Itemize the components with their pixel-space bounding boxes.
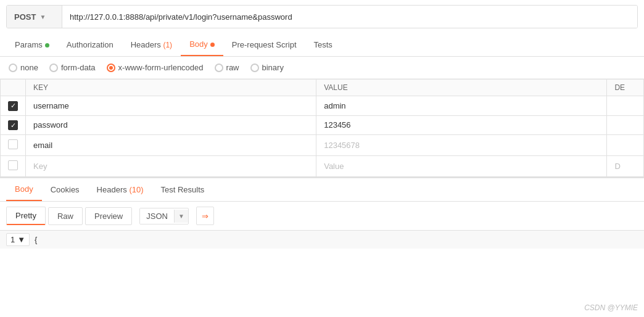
row4-check-cell [1,156,26,177]
radio-urlencoded-circle [107,64,115,72]
raw-button[interactable]: Raw [48,207,83,225]
row1-check-cell [1,96,26,116]
row4-key-cell[interactable]: Key [26,156,316,177]
bottom-section: Body Cookies Headers (10) Test Results P… [0,177,644,249]
json-format-label: JSON [140,208,174,224]
row2-value: 123456 [324,120,350,130]
url-input[interactable] [62,6,637,28]
radio-form-data-circle [49,64,58,72]
top-tabs-row: Params Authorization Headers (1) Body Pr… [0,33,644,57]
body-dot [210,43,215,47]
col-header-check [1,80,26,96]
bottom-headers-badge: (10) [129,185,143,194]
tab-tests[interactable]: Tests [305,34,341,56]
url-bar: POST ▼ [6,5,638,28]
row1-key-cell[interactable]: username [26,96,316,116]
col-header-desc: DE [607,80,644,96]
bottom-tab-test-results[interactable]: Test Results [152,179,213,200]
radio-binary[interactable]: binary [250,63,284,72]
bottom-tab-cookies[interactable]: Cookies [42,179,88,200]
tab-authorization[interactable]: Authorization [58,34,122,56]
json-chevron-icon: ▼ [174,210,188,223]
row1-desc-cell[interactable] [607,96,644,116]
bottom-tab-body[interactable]: Body [6,178,42,201]
code-line: 1 ▼ { [0,230,644,249]
radio-x-www-form-urlencoded[interactable]: x-www-form-urlencoded [107,63,204,72]
tab-params[interactable]: Params [6,34,58,56]
row3-desc-cell[interactable] [607,135,644,156]
tab-headers[interactable]: Headers (1) [122,34,181,56]
row4-checkbox[interactable] [8,160,18,170]
tab-prerequest[interactable]: Pre-request Script [223,34,305,56]
table-row: email 12345678 [1,135,644,156]
row1-checkbox[interactable] [8,101,18,111]
row3-key: email [33,141,52,150]
row2-key-cell[interactable]: password [26,115,316,135]
bottom-tab-headers[interactable]: Headers (10) [88,179,152,200]
line-num-label: 1 [10,235,15,244]
col-header-value: VALUE [316,80,607,96]
row4-desc-cell[interactable]: D [607,156,644,177]
method-select[interactable]: POST ▼ [7,6,62,28]
row3-value: 12345678 [324,141,360,150]
row1-key: username [33,101,69,110]
row4-key: Key [33,162,47,171]
headers-badge: (1) [163,41,172,49]
radio-form-data[interactable]: form-data [49,63,96,72]
radio-binary-circle [250,64,259,72]
method-label: POST [14,12,36,22]
preview-button[interactable]: Preview [85,207,132,225]
row4-desc: D [614,162,620,171]
row3-check-cell [1,135,26,156]
row3-key-cell[interactable]: email [26,135,316,156]
row2-check-cell [1,115,26,135]
params-dot [45,43,49,47]
radio-raw[interactable]: raw [215,63,239,72]
row3-checkbox[interactable] [8,139,18,149]
pretty-button[interactable]: Pretty [6,207,46,225]
row2-desc-cell[interactable] [607,115,644,135]
table-row: username admin [1,96,644,116]
code-content: { [35,235,37,244]
line-number[interactable]: 1 ▼ [6,233,30,246]
radio-none[interactable]: none [9,63,38,72]
col-header-key: KEY [26,80,316,96]
row2-value-cell[interactable]: 123456 [316,115,607,135]
body-type-row: none form-data x-www-form-urlencoded raw… [0,57,644,79]
table-row: Key Value D [1,156,644,177]
toolbar-row: Pretty Raw Preview JSON ▼ ⇒ [0,202,644,230]
table-row: password 123456 [1,115,644,135]
row1-value: admin [324,101,345,110]
line-num-chevron: ▼ [17,235,25,244]
wrap-icon: ⇒ [202,212,208,221]
row2-checkbox[interactable] [8,120,18,130]
row1-value-cell[interactable]: admin [316,96,607,116]
json-format-select[interactable]: JSON ▼ [139,208,189,224]
wrap-icon-button[interactable]: ⇒ [196,207,214,225]
row4-value-cell[interactable]: Value [316,156,607,177]
row3-value-cell[interactable]: 12345678 [316,135,607,156]
params-table: KEY VALUE DE username admin password [0,79,644,177]
radio-none-circle [9,64,17,72]
row4-value: Value [324,162,344,171]
tab-body[interactable]: Body [181,33,223,56]
method-chevron-icon: ▼ [39,14,54,20]
row2-key: password [33,120,68,130]
radio-raw-circle [215,64,223,72]
bottom-tabs-row: Body Cookies Headers (10) Test Results [0,178,644,202]
